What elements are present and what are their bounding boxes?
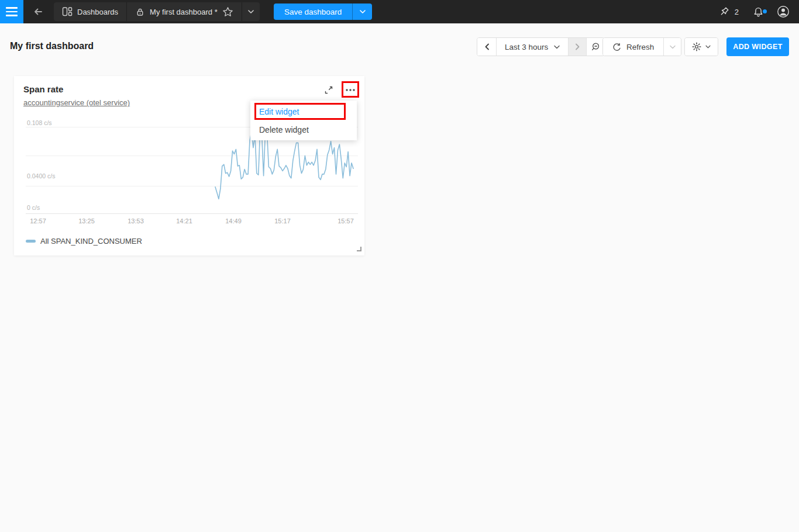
timeframe-back-button[interactable]	[477, 38, 496, 56]
favorite-star-icon[interactable]	[222, 6, 233, 18]
legend-series-label: All SPAN_KIND_CONSUMER	[40, 237, 142, 246]
notifications-button[interactable]	[747, 6, 770, 18]
timeframe-selector[interactable]: Last 3 hours	[496, 38, 568, 56]
pin-count-badge: 2	[735, 8, 739, 16]
save-dashboard-button[interactable]: Save dashboard	[274, 4, 352, 20]
gear-icon	[692, 42, 701, 51]
refresh-control-group: Refresh	[602, 37, 681, 56]
chevron-down-icon	[554, 45, 560, 49]
x-tick-label: 14:49	[225, 217, 242, 224]
x-tick-label: 14:21	[176, 217, 192, 224]
topbar-right-icons: 2	[715, 0, 793, 23]
tab-dashboards-label: Dashboards	[77, 8, 118, 16]
refresh-label: Refresh	[626, 43, 654, 51]
top-bar: Dashboards My first dashboard * Save das…	[0, 0, 799, 23]
save-dashboard-dropdown-chevron-icon[interactable]	[352, 4, 372, 20]
add-widget-button[interactable]: ADD WIDGET	[726, 37, 789, 56]
timeframe-label: Last 3 hours	[505, 43, 548, 51]
zoom-out-button[interactable]	[586, 38, 604, 56]
tab-strip: Dashboards My first dashboard *	[54, 2, 260, 21]
tab-overflow-chevron-icon[interactable]	[242, 2, 260, 21]
pinned-items-button[interactable]: 2	[715, 6, 743, 17]
widget-resize-handle[interactable]	[357, 247, 361, 251]
menu-item-edit-widget[interactable]: Edit widget	[250, 102, 357, 120]
refresh-dropdown-chevron-icon[interactable]	[663, 38, 681, 56]
notification-dot-badge	[763, 9, 767, 13]
refresh-button[interactable]: Refresh	[603, 38, 663, 56]
settings-button[interactable]	[685, 38, 718, 56]
widget-context-menu: Edit widget Delete widget	[250, 101, 357, 140]
lock-icon	[135, 7, 145, 17]
timeframe-control-group: Last 3 hours	[477, 37, 605, 56]
pin-icon	[719, 6, 730, 17]
x-tick-label: 13:53	[128, 217, 144, 224]
x-tick-label: 15:57	[337, 217, 354, 224]
x-tick-label: 12:57	[30, 217, 46, 224]
tab-my-first-dashboard-label: My first dashboard *	[150, 8, 218, 16]
x-tick-label: 15:17	[274, 217, 291, 224]
zoom-out-icon	[591, 42, 600, 51]
page-title: My first dashboard	[10, 41, 94, 51]
tab-my-first-dashboard[interactable]: My first dashboard *	[127, 2, 242, 21]
timeframe-forward-button[interactable]	[568, 38, 586, 56]
dashboard-settings-group	[684, 37, 718, 56]
tab-dashboards[interactable]: Dashboards	[54, 2, 126, 21]
back-arrow-icon[interactable]	[30, 5, 46, 19]
refresh-icon	[612, 43, 621, 51]
legend-series-dash	[26, 240, 36, 243]
user-menu-button[interactable]	[773, 5, 793, 18]
chart-legend[interactable]: All SPAN_KIND_CONSUMER	[26, 237, 142, 246]
x-tick-label: 13:25	[78, 217, 95, 224]
menu-item-delete-widget[interactable]: Delete widget	[250, 120, 357, 139]
dashboards-grid-icon	[62, 6, 73, 17]
avatar-icon	[777, 5, 790, 18]
series-line	[215, 130, 353, 199]
hamburger-menu-icon[interactable]	[0, 0, 23, 23]
chevron-down-icon	[705, 45, 711, 49]
save-dashboard-split-button: Save dashboard	[274, 4, 372, 20]
